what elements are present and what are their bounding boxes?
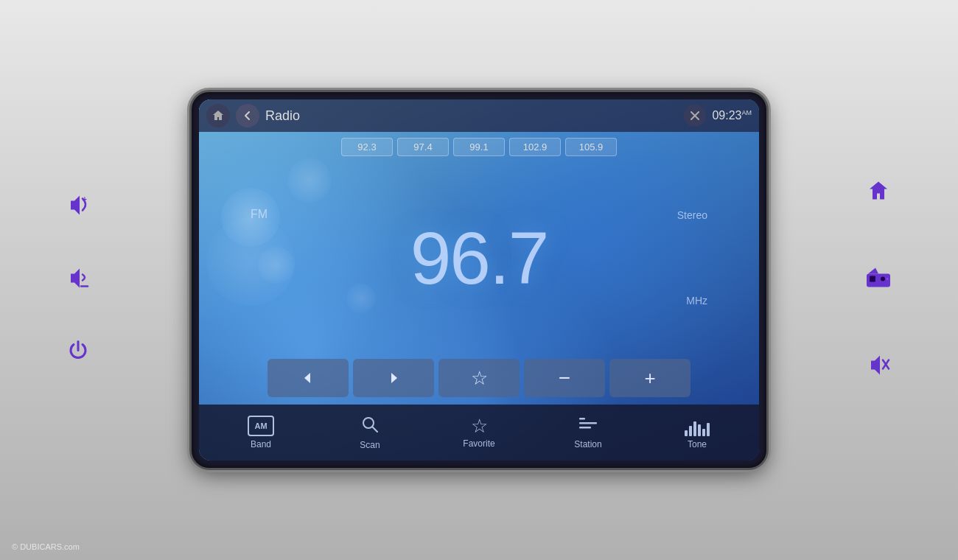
svg-rect-6 (579, 418, 585, 420)
nav-favorite[interactable]: ☆ Favorite (446, 416, 512, 449)
home-side-button[interactable] (867, 179, 890, 208)
scan-nav-label: Scan (360, 440, 380, 450)
preset-5[interactable]: 105.9 (565, 138, 617, 156)
header-title: Radio (265, 108, 300, 124)
frequency-display: 96.7 (410, 221, 548, 295)
right-controls (865, 179, 892, 382)
svg-text:+: + (83, 195, 87, 203)
left-controls: + (66, 193, 90, 368)
mhz-label: MHz (686, 295, 707, 307)
watermark: © DUBICARS.com (12, 542, 80, 551)
main-area: FM Stereo 96.7 MHz (199, 162, 759, 351)
svg-rect-8 (579, 427, 591, 429)
svg-line-5 (373, 427, 378, 433)
preset-1[interactable]: 92.3 (341, 138, 393, 156)
nav-scan[interactable]: Scan (337, 415, 403, 450)
mute-button[interactable] (867, 353, 890, 382)
stereo-label: Stereo (677, 209, 707, 221)
back-button[interactable] (236, 104, 259, 127)
band-label: FM (251, 208, 268, 221)
preset-3[interactable]: 99.1 (453, 138, 505, 156)
screen: Radio 09:23AM 92.3 97.4 (199, 99, 759, 461)
frequency-area: FM Stereo 96.7 MHz (214, 208, 744, 307)
header-bar: Radio 09:23AM (199, 99, 759, 132)
time-display: 09:23AM (712, 109, 752, 122)
nav-tone[interactable]: Tone (664, 416, 730, 449)
prev-button[interactable] (268, 359, 349, 397)
favorite-button[interactable]: ☆ (438, 359, 520, 397)
plus-button[interactable]: + (609, 359, 690, 397)
svg-point-11 (881, 277, 885, 281)
power-button[interactable] (66, 339, 90, 368)
home-button[interactable] (206, 104, 230, 127)
favorite-nav-label: Favorite (463, 438, 494, 449)
tone-icon (685, 416, 710, 436)
nav-band[interactable]: AM Band (228, 416, 294, 449)
volume-up-button[interactable]: + (66, 193, 90, 222)
minus-button[interactable]: − (524, 359, 605, 397)
car-panel: + (0, 0, 958, 560)
header-left: Radio (206, 104, 300, 127)
svg-rect-7 (579, 422, 597, 424)
bottom-nav: AM Band Scan ☆ Favorite (199, 405, 759, 461)
close-button[interactable] (684, 105, 706, 127)
station-nav-label: Station (574, 439, 601, 449)
next-button[interactable] (353, 359, 434, 397)
station-icon (578, 416, 598, 436)
band-nav-label: Band (251, 439, 271, 449)
tone-nav-label: Tone (688, 439, 707, 449)
band-icon: AM (248, 416, 274, 436)
svg-rect-10 (870, 276, 875, 282)
volume-down-button[interactable] (66, 266, 90, 295)
screen-bezel: Radio 09:23AM 92.3 97.4 (192, 92, 766, 468)
control-buttons: ☆ − + (199, 351, 759, 405)
preset-4[interactable]: 102.9 (509, 138, 561, 156)
favorite-icon: ☆ (471, 416, 488, 435)
scan-icon (360, 415, 380, 437)
radio-side-button[interactable] (865, 267, 892, 294)
svg-point-12 (887, 279, 888, 280)
header-right: 09:23AM (684, 105, 752, 127)
preset-2[interactable]: 97.4 (397, 138, 449, 156)
preset-bar: 92.3 97.4 99.1 102.9 105.9 (199, 132, 759, 162)
nav-station[interactable]: Station (555, 416, 621, 449)
